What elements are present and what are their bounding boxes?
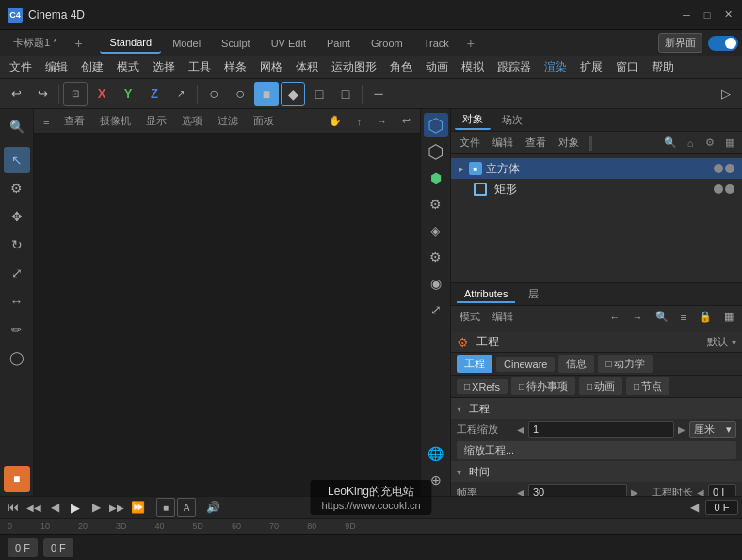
menu-animate[interactable]: 动画 <box>420 57 454 77</box>
menu-character[interactable]: 角色 <box>384 57 418 77</box>
axis-x-button[interactable]: X <box>89 82 114 106</box>
menu-tracker[interactable]: 跟踪器 <box>492 57 537 77</box>
menu-volume[interactable]: 体积 <box>290 57 324 77</box>
tl-next-frame[interactable]: ▶ <box>87 498 105 517</box>
snap-button[interactable]: ⊡ <box>63 82 88 106</box>
attr-subtab-nodes[interactable]: □ 节点 <box>626 377 669 395</box>
tl-arrow-left[interactable]: ◀ <box>685 498 703 517</box>
viewport-canvas[interactable] <box>34 134 420 496</box>
obj-rect-vis-1[interactable] <box>714 184 723 194</box>
play-button[interactable]: ▷ <box>714 82 738 106</box>
menu-spline[interactable]: 样条 <box>218 57 252 77</box>
obj-tab-scenes[interactable]: 场次 <box>494 111 530 129</box>
tab-track[interactable]: Track <box>414 33 459 54</box>
scale-arrow-left[interactable]: ◀ <box>517 424 524 435</box>
redo-button[interactable]: ↪ <box>30 82 55 106</box>
attr-subtab-info[interactable]: 信息 <box>558 355 594 373</box>
obj-vis-dot-1[interactable] <box>714 164 723 173</box>
scale-value-field[interactable]: 1 <box>528 421 674 438</box>
tl-sound-button[interactable]: 🔊 <box>203 498 222 517</box>
attr-edit-menu[interactable]: 编辑 <box>488 309 518 325</box>
select-tool-button[interactable]: ↖ <box>4 147 30 173</box>
fps-value-field[interactable]: 30 <box>528 484 627 496</box>
attr-tab-layers[interactable]: 层 <box>521 285 546 303</box>
expand-project-button[interactable]: 缩放工程... <box>457 441 736 459</box>
scale-tool-button[interactable]: ⤢ <box>4 260 30 286</box>
obj-tab-objects[interactable]: 对象 <box>455 110 491 130</box>
menu-mode[interactable]: 模式 <box>111 57 145 77</box>
tl-record-mode[interactable]: ■ <box>156 498 175 517</box>
viewport-menu-icon[interactable]: ≡ <box>40 115 53 128</box>
time-section-toggle[interactable]: ▾ <box>457 467 461 477</box>
project-section-toggle[interactable]: ▾ <box>457 404 461 414</box>
undo-button[interactable]: ↩ <box>4 82 28 106</box>
minimize-button[interactable]: ─ <box>680 8 693 22</box>
tl-frame-display[interactable]: 0 F <box>705 500 738 515</box>
menu-simulate[interactable]: 模拟 <box>456 57 490 77</box>
rp-settings[interactable]: ⚙ <box>424 192 448 216</box>
attr-subtab-cineware[interactable]: Cineware <box>496 357 555 372</box>
viewport-filter-menu[interactable]: 过滤 <box>214 113 242 129</box>
object-mode-button[interactable]: □ <box>307 82 331 106</box>
attr-tab-attributes[interactable]: Attributes <box>457 286 515 303</box>
rp-transform[interactable]: ⤢ <box>424 297 448 322</box>
scale-arrow-right[interactable]: ▶ <box>678 424 686 435</box>
coord-button[interactable]: ↗ <box>169 82 193 106</box>
rotate-tool-button[interactable]: ↻ <box>4 232 30 258</box>
edge-mode-button[interactable]: ○ <box>228 82 252 106</box>
fill-tool-button[interactable]: ■ <box>4 466 30 492</box>
rp-gear2[interactable]: ⚙ <box>424 245 448 269</box>
obj-edit-menu[interactable]: 编辑 <box>488 135 518 151</box>
scale-unit-dropdown[interactable]: 厘米 ▾ <box>689 421 736 438</box>
tab-uv-edit[interactable]: UV Edit <box>262 33 315 54</box>
attr-subtab-xrefs[interactable]: □ XRefs <box>457 379 508 394</box>
obj-rect-vis-2[interactable] <box>725 184 734 194</box>
viewport-view-menu[interactable]: 查看 <box>60 113 89 129</box>
rp-object-mode[interactable]: ⬡ <box>424 113 448 137</box>
scene-mode-button[interactable]: □ <box>333 82 358 106</box>
menu-extensions[interactable]: 扩展 <box>574 57 608 77</box>
obj-grid-icon[interactable]: ▦ <box>721 135 738 152</box>
attr-subtab-todo[interactable]: □ 待办事项 <box>511 377 575 395</box>
transform-tool-button[interactable]: ↔ <box>4 288 30 314</box>
proj-length-value[interactable]: 0 I <box>708 484 736 496</box>
attr-fwd-button[interactable]: → <box>628 311 648 324</box>
search-sidebar-button[interactable]: 🔍 <box>4 113 30 139</box>
viewport-camera-menu[interactable]: 摄像机 <box>96 113 135 129</box>
uv-mode-button[interactable]: ◆ <box>281 82 305 106</box>
viewport-hand-icon[interactable]: ✋ <box>325 114 346 128</box>
obj-search-icon[interactable]: 🔍 <box>662 135 679 152</box>
viewport-undo[interactable]: ↩ <box>398 114 414 128</box>
status-frame-left[interactable]: 0 F <box>8 538 38 557</box>
attr-subtab-animation[interactable]: □ 动画 <box>579 377 622 395</box>
axis-y-button[interactable]: Y <box>116 82 140 106</box>
polygon-mode-button[interactable]: ■ <box>254 82 279 106</box>
rp-spline[interactable]: ◈ <box>424 218 448 243</box>
rp-world[interactable]: 🌐 <box>424 441 448 466</box>
tl-next-keyframe[interactable]: ▶▶ <box>107 498 126 517</box>
viewport-up-arrow[interactable]: ↑ <box>353 115 366 128</box>
attr-search-icon[interactable]: 🔍 <box>651 310 673 324</box>
tab-sculpt[interactable]: Sculpt <box>212 33 260 54</box>
menu-help[interactable]: 帮助 <box>646 57 680 77</box>
menu-tools[interactable]: 工具 <box>183 57 217 77</box>
obj-home-icon[interactable]: ⌂ <box>682 135 699 152</box>
viewport-panel-menu[interactable]: 面板 <box>250 113 278 129</box>
viewport-options-menu[interactable]: 选项 <box>178 113 206 129</box>
obj-expand-cube[interactable]: ▸ <box>459 164 463 174</box>
obj-item-cube[interactable]: ▸ ■ 立方体 <box>451 158 742 179</box>
attr-dropdown-chevron[interactable]: ▾ <box>732 337 736 347</box>
tl-auto-key[interactable]: A <box>177 498 196 517</box>
close-button[interactable]: ✕ <box>721 8 734 22</box>
fps-arrow-right[interactable]: ▶ <box>631 488 638 497</box>
tab-paint[interactable]: Paint <box>317 33 360 54</box>
add-tab-button[interactable]: + <box>68 33 89 54</box>
model-mode-button[interactable]: ○ <box>202 82 226 106</box>
rp-circle[interactable]: ◉ <box>424 271 448 296</box>
tl-go-start[interactable]: ⏮ <box>4 498 23 517</box>
axis-z-button[interactable]: Z <box>142 82 167 106</box>
rp-scene-mode[interactable]: ⬢ <box>424 166 448 190</box>
obj-file-menu[interactable]: 文件 <box>455 135 485 151</box>
attr-lock-icon[interactable]: 🔒 <box>694 310 717 324</box>
edit-tool-button[interactable]: ✏ <box>4 316 30 343</box>
